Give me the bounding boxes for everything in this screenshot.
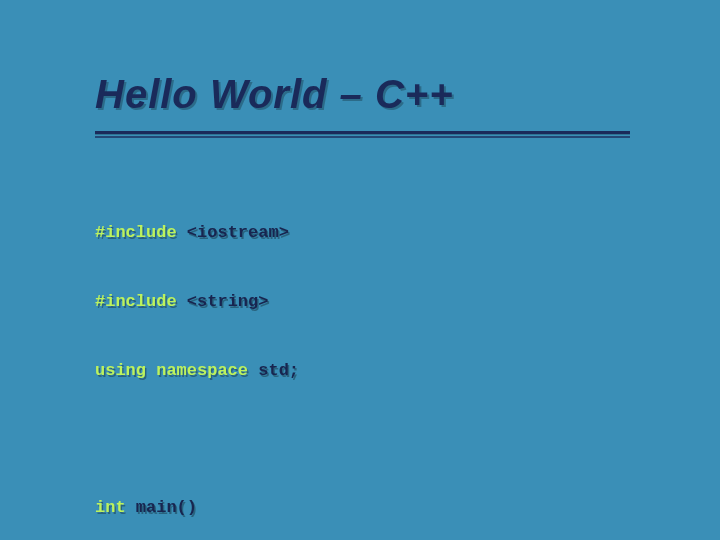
code-line-using-namespace: using namespace std; [95,360,630,383]
title-underline-thin [95,136,630,138]
keyword-include: #include [95,292,177,311]
keyword-using-namespace: using namespace [95,361,248,380]
blank-line [95,428,630,451]
code-line-include-string: #include <string> [95,291,630,314]
code-line-include-iostream: #include <iostream> [95,222,630,245]
title-underline-thick [95,131,630,134]
code-text: main() [126,498,197,517]
code-block: #include <iostream> #include <string> us… [95,176,630,540]
code-text: <iostream> [177,223,289,242]
slide-title: Hello World – C++ [95,72,630,117]
keyword-int: int [95,498,126,517]
slide: Hello World – C++ #include <iostream> #i… [0,0,720,540]
code-text: std; [248,361,299,380]
code-text: <string> [177,292,269,311]
keyword-include: #include [95,223,177,242]
code-line-int-main: int main() [95,497,630,520]
